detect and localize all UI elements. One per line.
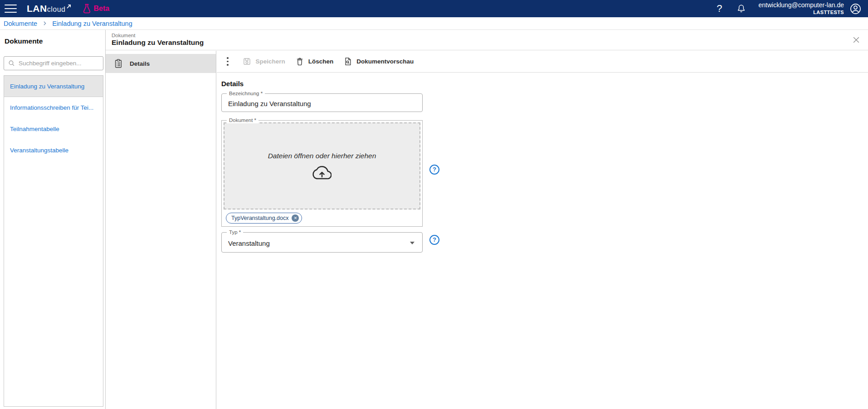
lancloud-logo[interactable]: LAN cloud <box>27 3 71 14</box>
documents-sidebar: Dokumente Einladung zu Veranstaltung Inf… <box>0 30 106 409</box>
dropzone-text: Dateien öffnen oder hierher ziehen <box>268 152 376 160</box>
external-arrow-icon <box>66 4 71 9</box>
delete-button[interactable]: Löschen <box>295 57 334 66</box>
toolbar: Speichern Löschen Dokumentvorschau <box>217 51 868 73</box>
top-app-bar: LAN cloud Beta ? entwicklung@computer-la… <box>0 0 868 17</box>
notifications-bell-icon[interactable] <box>736 4 746 14</box>
help-icon[interactable]: ? <box>712 3 726 15</box>
more-options-icon[interactable] <box>223 54 232 68</box>
cloud-upload-icon <box>312 165 332 180</box>
form-section-title: Details <box>221 80 868 88</box>
breadcrumb-link-dokumente[interactable]: Dokumente <box>4 20 37 27</box>
panel-kicker: Dokument <box>112 33 868 38</box>
breadcrumb-link-current[interactable]: Einladung zu Veranstaltung <box>52 20 132 27</box>
details-form: Details Bezeichnung * Dokument * Dateien… <box>217 73 868 253</box>
tab-details-label: Details <box>130 60 150 67</box>
file-dropzone[interactable]: Dateien öffnen oder hierher ziehen <box>224 122 420 209</box>
logo-text-cloud: cloud <box>47 5 66 14</box>
beta-badge: Beta <box>82 3 109 15</box>
dokument-help-icon[interactable]: ? <box>429 165 439 175</box>
list-item-einladung[interactable]: Einladung zu Veranstaltung <box>4 76 103 97</box>
logo-text-lan: LAN <box>27 3 47 14</box>
detail-panel-header: Dokument Einladung zu Veranstaltung <box>106 30 868 50</box>
trash-icon <box>295 57 304 66</box>
document-preview-icon <box>343 57 352 66</box>
breadcrumb: Dokumente Einladung zu Veranstaltung <box>0 17 868 30</box>
document-preview-button[interactable]: Dokumentvorschau <box>343 57 414 66</box>
search-icon <box>8 59 15 67</box>
document-list: Einladung zu Veranstaltung Informationss… <box>4 75 103 407</box>
typ-label: Typ * <box>227 229 243 235</box>
beta-label: Beta <box>93 5 109 13</box>
list-item-informationsschreiben[interactable]: Informationsschreiben für Tei... <box>4 97 103 118</box>
user-organisation: LASTTESTS <box>758 10 844 16</box>
panel-title: Einladung zu Veranstaltung <box>112 39 868 47</box>
file-chip[interactable]: TypVeranstaltung.docx ✕ <box>226 213 302 224</box>
search-box <box>4 56 103 70</box>
user-info: entwicklung@computer-lan.de LASTTESTS <box>758 1 844 15</box>
dokument-label: Dokument * <box>227 117 258 123</box>
list-item-veranstaltungstabelle[interactable]: Veranstaltungstabelle <box>4 140 103 161</box>
chevron-right-icon <box>42 20 48 26</box>
dokument-field: Dokument * Dateien öffnen oder hierher z… <box>221 120 423 227</box>
account-avatar-icon[interactable] <box>849 3 862 15</box>
main-content: Speichern Löschen Dokumentvorschau <box>217 51 868 409</box>
delete-button-label: Löschen <box>308 58 334 65</box>
bezeichnung-input[interactable] <box>222 98 422 107</box>
sidebar-title: Dokumente <box>5 37 103 45</box>
typ-selected-value: Veranstaltung <box>222 238 276 247</box>
save-button[interactable]: Speichern <box>242 57 285 66</box>
flask-icon <box>82 3 92 15</box>
save-button-label: Speichern <box>256 58 285 65</box>
document-preview-button-label: Dokumentvorschau <box>356 58 414 65</box>
chip-remove-icon[interactable]: ✕ <box>292 214 299 222</box>
bezeichnung-label: Bezeichnung * <box>227 91 265 97</box>
uploaded-files-row: TypVeranstaltung.docx ✕ <box>222 209 422 226</box>
topbar-right: ? entwicklung@computer-lan.de LASTTESTS <box>712 1 862 15</box>
bezeichnung-field: Bezeichnung * <box>221 93 423 112</box>
list-item-teilnahmentabelle[interactable]: Teilnahmentabelle <box>4 118 103 140</box>
file-chip-label: TypVeranstaltung.docx <box>231 215 288 221</box>
menu-icon[interactable] <box>5 5 17 13</box>
clipboard-list-icon <box>113 58 123 68</box>
tab-details[interactable]: Details <box>106 54 216 73</box>
save-floppy-icon <box>242 57 252 66</box>
dropdown-caret-icon <box>410 242 414 244</box>
typ-help-icon[interactable]: ? <box>429 235 439 245</box>
close-icon[interactable] <box>852 35 861 44</box>
search-input[interactable] <box>19 60 99 67</box>
user-email: entwicklung@computer-lan.de <box>758 1 844 10</box>
typ-field[interactable]: Typ * Veranstaltung <box>221 232 423 253</box>
tab-column: Details <box>106 51 216 409</box>
